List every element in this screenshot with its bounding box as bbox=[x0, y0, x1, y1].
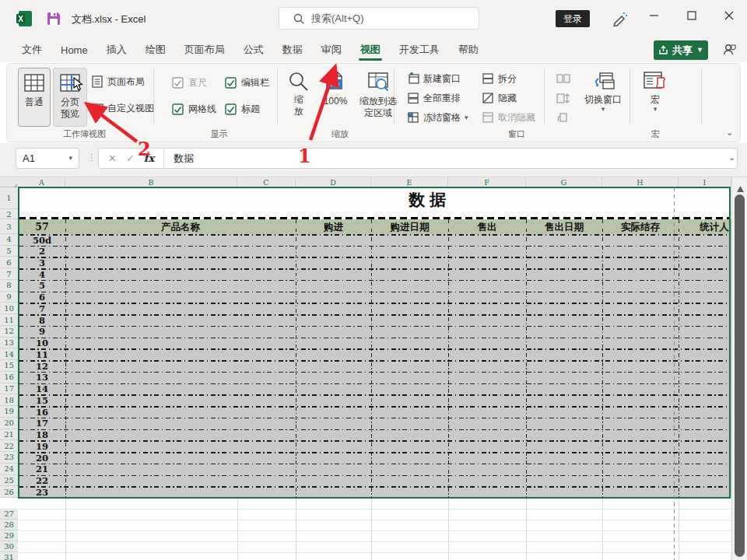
cancel-icon[interactable]: ✕ bbox=[108, 152, 117, 164]
row-header-16[interactable]: 16 bbox=[0, 372, 18, 383]
sign-in-button[interactable]: 登录 bbox=[556, 10, 590, 27]
collapse-ribbon-icon[interactable]: ⌄ bbox=[726, 129, 733, 136]
row-header-21[interactable]: 21 bbox=[0, 429, 18, 441]
row-header-6[interactable]: 6 bbox=[0, 257, 18, 268]
group-separator bbox=[544, 68, 545, 124]
row-header-9[interactable]: 9 bbox=[0, 292, 18, 303]
row-header-24[interactable]: 24 bbox=[0, 464, 18, 475]
inking-pen-icon[interactable] bbox=[612, 11, 627, 26]
headings-checkbox[interactable]: 标题 bbox=[225, 101, 260, 117]
share-button[interactable]: 共享 ▼ bbox=[654, 40, 708, 60]
vertical-scrollbar[interactable] bbox=[731, 177, 747, 560]
chevron-down-icon: ▾ bbox=[601, 106, 605, 113]
ruler-checkbox[interactable]: 直尺 bbox=[172, 75, 207, 90]
gridline bbox=[448, 498, 449, 560]
tab-插入[interactable]: 插入 bbox=[97, 37, 136, 62]
switch-windows-button[interactable]: 切换窗口 ▾ bbox=[580, 68, 626, 127]
row-header-26[interactable]: 26 bbox=[0, 486, 18, 498]
share-label: 共享 bbox=[672, 44, 693, 58]
name-box-value: A1 bbox=[23, 152, 35, 164]
row-header-31[interactable]: 31 bbox=[0, 552, 18, 560]
close-button[interactable] bbox=[711, 0, 747, 31]
custom-views-button[interactable]: 自定义视图 bbox=[91, 100, 154, 117]
row-header-4[interactable]: 4 bbox=[0, 234, 18, 246]
row-header-10[interactable]: 10 bbox=[0, 303, 18, 314]
row-header-15[interactable]: 15 bbox=[0, 360, 18, 372]
reset-window-position-icon[interactable] bbox=[556, 109, 570, 126]
row-header-13[interactable]: 13 bbox=[0, 338, 18, 349]
save-icon[interactable] bbox=[45, 10, 62, 27]
spreadsheet-grid: ABCDEFGHI 123456789101112131415161718192… bbox=[0, 177, 747, 560]
zoom-button[interactable]: 缩放 bbox=[284, 68, 314, 127]
maximize-button[interactable] bbox=[674, 0, 710, 31]
scrollbar-thumb[interactable] bbox=[735, 194, 745, 557]
enter-icon[interactable]: ✓ bbox=[126, 152, 135, 164]
normal-view-button[interactable]: 普通 bbox=[18, 68, 51, 127]
gridline bbox=[19, 552, 731, 553]
row-header-12[interactable]: 12 bbox=[0, 326, 18, 338]
row-header-18[interactable]: 18 bbox=[0, 394, 18, 406]
row-header-25[interactable]: 25 bbox=[0, 475, 18, 487]
row-header-30[interactable]: 30 bbox=[0, 541, 18, 552]
gridlines-label: 网格线 bbox=[188, 103, 216, 116]
arrange-all-icon bbox=[407, 92, 419, 104]
row-header-1[interactable]: 1 bbox=[0, 187, 18, 209]
ruler-label: 直尺 bbox=[188, 76, 207, 89]
tab-页面布局[interactable]: 页面布局 bbox=[175, 37, 234, 62]
tab-绘图[interactable]: 绘图 bbox=[136, 37, 175, 62]
tab-帮助[interactable]: 帮助 bbox=[449, 37, 488, 62]
search-text: 搜索(Alt+Q) bbox=[311, 12, 364, 26]
search-box[interactable]: 搜索(Alt+Q) bbox=[279, 7, 479, 30]
minimize-button[interactable] bbox=[637, 0, 672, 31]
row-header-27[interactable]: 27 bbox=[0, 509, 18, 520]
tab-公式[interactable]: 公式 bbox=[234, 37, 273, 62]
row-header-5[interactable]: 5 bbox=[0, 246, 18, 257]
zoom-to-selection-button[interactable]: 缩放到选定区域 bbox=[356, 68, 401, 127]
formula-bar: A1 ▾ ⋮ ✕ ✓ fx 数据 ⌄ bbox=[0, 143, 747, 177]
row-header-28[interactable]: 28 bbox=[0, 520, 18, 530]
hide-icon bbox=[482, 92, 494, 104]
tab-文件[interactable]: 文件 bbox=[12, 37, 51, 62]
tab-数据[interactable]: 数据 bbox=[273, 37, 312, 62]
row-header-20[interactable]: 20 bbox=[0, 418, 18, 429]
row-header-23[interactable]: 23 bbox=[0, 452, 18, 464]
row-header-8[interactable]: 8 bbox=[0, 280, 18, 292]
row-header-29[interactable]: 29 bbox=[0, 530, 18, 541]
zoom-100-icon: 100 bbox=[324, 71, 347, 94]
drag-handle-icon[interactable]: ⋮ bbox=[87, 152, 96, 163]
expand-formula-bar-icon[interactable]: ⌄ bbox=[728, 154, 735, 161]
page-layout-button[interactable]: 页面布局 bbox=[91, 73, 145, 90]
split-button[interactable]: 拆分 bbox=[482, 70, 517, 87]
gridline bbox=[526, 498, 527, 560]
row-header-19[interactable]: 19 bbox=[0, 406, 18, 418]
tab-视图[interactable]: 视图 bbox=[351, 37, 390, 62]
svg-text:100: 100 bbox=[329, 81, 340, 88]
row-header-2[interactable]: 2 bbox=[0, 209, 18, 219]
row-header-7[interactable]: 7 bbox=[0, 268, 18, 280]
show-group-label: 显示 bbox=[170, 128, 268, 140]
hide-button[interactable]: 隐藏 bbox=[482, 89, 517, 107]
new-window-button[interactable]: 新建窗口 bbox=[407, 70, 461, 87]
macros-button[interactable]: 宏 ▾ bbox=[637, 68, 673, 127]
unhide-button[interactable]: 取消隐藏 bbox=[482, 109, 535, 126]
arrange-all-button[interactable]: 全部重排 bbox=[407, 89, 461, 107]
contact-icon[interactable] bbox=[722, 43, 736, 57]
formula-field[interactable]: ✕ ✓ fx 数据 bbox=[98, 148, 738, 169]
row-header-14[interactable]: 14 bbox=[0, 348, 18, 360]
formula-bar-checkbox[interactable]: 编辑栏 bbox=[225, 75, 269, 90]
synchronous-scrolling-icon[interactable] bbox=[556, 89, 570, 107]
tab-开发工具[interactable]: 开发工具 bbox=[390, 37, 449, 62]
row-header-22[interactable]: 22 bbox=[0, 440, 18, 452]
zoom-100-button[interactable]: 100 100% bbox=[317, 68, 354, 127]
freeze-panes-button[interactable]: 冻结窗格 ▾ bbox=[407, 109, 468, 126]
tab-审阅[interactable]: 审阅 bbox=[312, 37, 351, 62]
row-header-11[interactable]: 11 bbox=[0, 314, 18, 326]
gridlines-checkbox[interactable]: 网格线 bbox=[172, 101, 216, 117]
tab-Home[interactable]: Home bbox=[51, 37, 97, 62]
scroll-up-icon[interactable] bbox=[737, 181, 744, 195]
row-header-3[interactable]: 3 bbox=[0, 219, 18, 234]
view-side-by-side-icon[interactable] bbox=[556, 70, 570, 87]
new-window-label: 新建窗口 bbox=[423, 72, 461, 86]
name-box[interactable]: A1 ▾ bbox=[16, 148, 79, 169]
row-header-17[interactable]: 17 bbox=[0, 383, 18, 395]
